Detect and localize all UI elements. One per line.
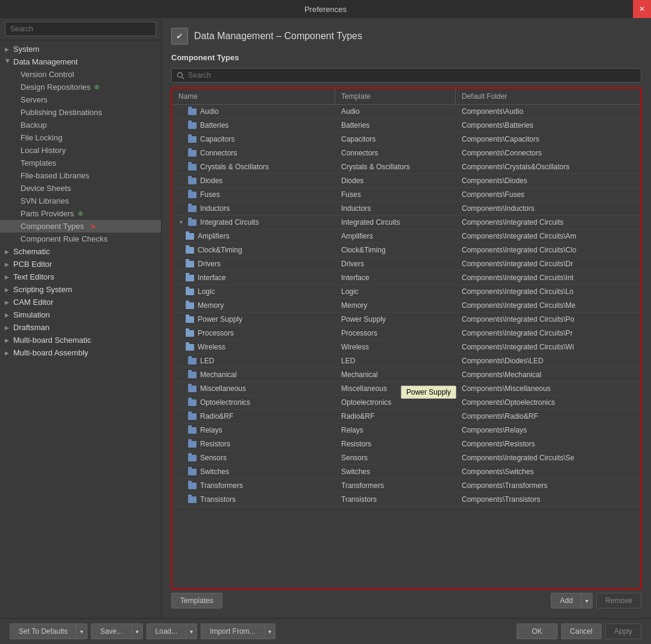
table-cell-template: Logic [335,285,456,298]
sidebar-item-label-servers: Servers [20,95,48,104]
add-button[interactable]: Add [551,593,581,608]
table-row[interactable]: ResistorsResistorsComponents\Resistors [172,437,640,451]
apply-button[interactable]: Apply [605,624,641,639]
table-cell-folder: Components\Crystals&Oscillators [456,160,640,174]
table-row[interactable]: LogicLogicComponents\Integrated Circuits… [172,285,640,299]
table-row[interactable]: FusesFusesComponents\Fuses [172,188,640,202]
sidebar-item-version-control[interactable]: Version Control [0,68,161,81]
set-to-defaults-arrow[interactable]: ▾ [76,624,87,639]
content-area: ✔ Data Management – Component Types Comp… [162,18,651,618]
table-row[interactable]: DiodesDiodesComponents\Diodes [172,174,640,188]
cancel-button[interactable]: Cancel [561,624,602,639]
table-row[interactable]: ▼Integrated CircuitsIntegrated CircuitsC… [172,216,640,230]
sidebar-item-draftsman[interactable]: ▶Draftsman [0,321,161,334]
sidebar-item-design-repos[interactable]: Design Repositories⊕ [0,81,161,93]
table-row[interactable]: DriversDriversComponents\Integrated Circ… [172,257,640,271]
table-row[interactable]: BatteriesBatteriesComponents\Batteries [172,119,640,133]
table-row[interactable]: Power SupplyPower SupplyComponents\Integ… [172,313,640,327]
sidebar-item-svn-libs[interactable]: SVN Libraries [0,195,161,207]
table-cell-folder: Components\Transistors [456,493,640,506]
sidebar-item-simulation[interactable]: ▶Simulation [0,308,161,321]
save-arrow[interactable]: ▾ [131,624,143,639]
col-header-folder: Default Folder [456,89,640,104]
table-cell-name: Switches [172,465,335,478]
table-row[interactable]: MiscellaneousMiscellaneousComponents\Mis… [172,382,640,396]
sidebar-item-file-based-libs[interactable]: File-based Libraries [0,169,161,182]
table-row[interactable]: TransformersTransformersComponents\Trans… [172,479,640,493]
sidebar-item-label-scripting-system: Scripting System [13,285,72,294]
table-cell-template: Relays [335,424,456,437]
table-row[interactable]: LEDLEDComponents\Diodes\LED [172,354,640,368]
folder-icon [188,483,197,489]
table-row[interactable]: OptoelectronicsOptoelectronicsComponents… [172,396,640,410]
table-row[interactable]: CapacitorsCapacitorsComponents\Capacitor… [172,133,640,146]
load-button[interactable]: Load... [146,624,186,639]
table-row[interactable]: AudioAudioComponents\Audio [172,105,640,119]
sidebar-item-publishing[interactable]: Publishing Destinations [0,106,161,119]
table-row[interactable]: ProcessorsProcessorsComponents\Integrate… [172,327,640,340]
sidebar-item-text-editors[interactable]: ▶Text Editors [0,270,161,283]
table-row[interactable]: Clock&TimingClock&TimingComponents\Integ… [172,243,640,257]
sidebar-item-backup[interactable]: Backup [0,119,161,131]
table-row[interactable]: MechanicalMechanicalComponents\Mechanica… [172,368,640,382]
table-row[interactable]: Radio&RFRadio&RFComponents\Radio&RF [172,410,640,424]
table-row[interactable]: Crystals & OscillatorsCrystals & Oscilla… [172,160,640,174]
load-arrow[interactable]: ▾ [186,624,197,639]
table-cell-template: Transformers [335,479,456,492]
import-from-button[interactable]: Import From... [201,624,263,639]
folder-icon [186,289,194,295]
sidebar-item-scripting-system[interactable]: ▶Scripting System [0,283,161,296]
table-cell-folder: Components\Integrated Circuits\Wi [456,340,640,354]
sidebar-item-label-design-repos: Design Repositories [20,83,90,92]
table-cell-template: Connectors [335,146,456,160]
import-from-arrow[interactable]: ▾ [264,624,275,639]
table-row[interactable]: ConnectorsConnectorsComponents\Connector… [172,146,640,160]
sidebar-item-parts-providers[interactable]: Parts Providers⊕ [0,207,161,220]
sidebar-item-label-system: System [13,45,39,54]
sidebar-item-component-types[interactable]: Component Types➤ [0,220,161,233]
sidebar-item-label-data-management: Data Management [13,57,78,66]
table-row[interactable]: InterfaceInterfaceComponents\Integrated … [172,271,640,285]
sidebar-item-cam-editor[interactable]: ▶CAM Editor [0,296,161,308]
close-button[interactable]: ✕ [633,0,651,18]
component-types-table: Name Template Default Folder AudioAudioC… [171,87,641,589]
folder-icon [188,122,197,129]
table-row[interactable]: InductorsInductorsComponents\Inductors [172,202,640,216]
sidebar-item-local-history[interactable]: Local History [0,144,161,157]
tree-arrow-simulation: ▶ [5,312,11,318]
ok-button[interactable]: OK [517,624,557,639]
sidebar-item-pcb-editor[interactable]: ▶PCB Editor [0,258,161,270]
sidebar-item-file-locking[interactable]: File Locking [0,131,161,144]
table-search-input[interactable] [188,71,636,80]
table-cell-template: Power Supply [335,313,456,326]
table-row[interactable]: SwitchesSwitchesComponents\Switches [172,465,640,479]
table-row[interactable]: AmplifiersAmplifiersComponents\Integrate… [172,230,640,243]
folder-icon [188,358,197,364]
set-to-defaults-button[interactable]: Set To Defaults [10,624,76,639]
sidebar-item-data-management[interactable]: ▶Data Management [0,55,161,68]
table-row[interactable]: MemoryMemoryComponents\Integrated Circui… [172,299,640,313]
table-search-container [171,68,641,83]
sidebar-item-servers[interactable]: Servers [0,93,161,106]
sidebar-item-templates[interactable]: Templates [0,157,161,169]
row-name: Capacitors [200,135,234,143]
table-cell-folder: Components\Integrated Circuits\Am [456,230,640,243]
sidebar-item-component-rule-checks[interactable]: Component Rule Checks [0,233,161,245]
sidebar-item-device-sheets[interactable]: Device Sheets [0,182,161,195]
table-row[interactable]: RelaysRelaysComponents\Relays [172,424,640,437]
sidebar-item-schematic[interactable]: ▶Schematic [0,245,161,258]
sidebar-search-input[interactable] [5,22,156,36]
sidebar-item-multi-board-schematic[interactable]: ▶Multi-board Schematic [0,334,161,346]
table-row[interactable]: TransistorsTransistorsComponents\Transis… [172,493,640,507]
save-button[interactable]: Save... [91,624,131,639]
folder-icon [188,372,197,378]
table-row[interactable]: WirelessWirelessComponents\Integrated Ci… [172,340,640,354]
sidebar-item-system[interactable]: ▶System [0,43,161,55]
content-header: ✔ Data Management – Component Types [171,28,641,45]
add-dropdown-arrow[interactable]: ▾ [581,593,593,608]
sidebar-item-multi-board-assembly[interactable]: ▶Multi-board Assembly [0,346,161,359]
table-row[interactable]: SensorsSensorsComponents\Integrated Circ… [172,451,640,465]
folder-icon [186,261,194,267]
templates-button[interactable]: Templates [171,593,222,608]
row-name: Relays [200,426,222,434]
